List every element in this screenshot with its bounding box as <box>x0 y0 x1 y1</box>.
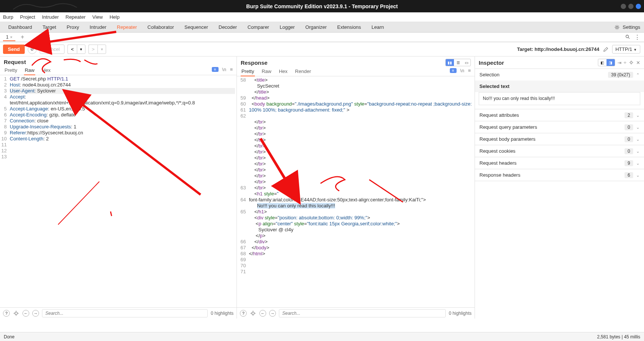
svg-point-4 <box>252 312 255 314</box>
gear-icon[interactable] <box>250 310 256 317</box>
http-version-selector[interactable]: HTTP/1 ▼ <box>612 45 640 54</box>
inspector-row-request-headers[interactable]: Request headers9⌄ <box>475 157 644 169</box>
cancel-button[interactable]: Cancel <box>40 45 64 54</box>
editor-tab-pretty[interactable]: Pretty <box>241 67 255 76</box>
editor-tab-hex[interactable]: Hex <box>278 67 288 76</box>
tab-repeater[interactable]: Repeater <box>112 22 142 33</box>
actions-badge[interactable]: ≡ <box>450 68 457 73</box>
menu-icon[interactable]: ≡ <box>230 67 233 72</box>
send-button[interactable]: Send <box>3 45 25 54</box>
response-search-input[interactable] <box>279 309 446 317</box>
tab-dashboard[interactable]: Dashboard <box>3 22 37 33</box>
repeater-tab-1[interactable]: 1 × <box>3 34 15 41</box>
tab-proxy[interactable]: Proxy <box>61 22 84 33</box>
editor-tab-render[interactable]: Render <box>294 67 312 76</box>
filter-icon[interactable]: ÷ <box>624 60 626 66</box>
maximize-icon[interactable] <box>628 4 634 9</box>
menu-icon[interactable]: ≡ <box>468 68 471 73</box>
inspector-title: Inspector <box>479 60 504 66</box>
status-left: Done <box>4 334 15 340</box>
request-highlights: 0 highlights <box>211 311 234 316</box>
editor-tab-pretty[interactable]: Pretty <box>4 66 18 75</box>
tab-decoder[interactable]: Decoder <box>213 22 242 33</box>
history-forward-group: > ▼ <box>88 45 106 54</box>
minimize-icon[interactable] <box>621 4 626 9</box>
layout-rows-icon[interactable]: ☰ <box>454 59 462 66</box>
help-icon[interactable]: ? <box>240 310 247 317</box>
gear-icon[interactable] <box>629 60 634 65</box>
search-next-icon[interactable]: → <box>32 310 39 317</box>
inspector-layout-toggle[interactable]: ◧ ◨ <box>598 59 615 66</box>
inspector-row-request-cookies[interactable]: Request cookies0⌄ <box>475 145 644 157</box>
editor-tab-raw[interactable]: Raw <box>261 67 272 76</box>
svg-point-0 <box>616 26 618 28</box>
response-search-bar: ? ← → 0 highlights <box>237 307 475 319</box>
close-icon[interactable] <box>636 4 641 9</box>
history-forward-dropdown[interactable]: ▼ <box>97 45 106 54</box>
inspector-selected-text: No!!! you can only read this locally!!! <box>479 92 640 105</box>
request-search-input[interactable] <box>42 309 208 317</box>
search-prev-icon[interactable]: ← <box>259 310 266 317</box>
layout-columns-icon[interactable]: ▮▮ <box>446 59 454 66</box>
editor-tab-raw[interactable]: Raw <box>24 66 35 75</box>
menu-intruder[interactable]: Intruder <box>42 14 59 20</box>
newline-icon[interactable]: \n <box>222 67 226 72</box>
request-search-bar: ? ← → 0 highlights <box>0 307 237 319</box>
menu-project[interactable]: Project <box>20 14 35 20</box>
menu-repeater[interactable]: Repeater <box>66 14 85 20</box>
close-inspector-icon[interactable]: ✕ <box>636 60 640 66</box>
response-code[interactable]: 5859606162636465666768697071 <title> Syc… <box>237 76 475 307</box>
history-back-group: < ▼ <box>67 45 85 54</box>
settings-link[interactable]: Settings <box>623 24 640 30</box>
inspector-row-request-body-parameters[interactable]: Request body parameters0⌄ <box>475 133 644 145</box>
menu-burp[interactable]: Burp <box>3 14 13 20</box>
target-label: Target: http://node4.buuoj.cn:26744 <box>517 46 599 52</box>
pencil-icon[interactable] <box>603 47 608 52</box>
tab-target[interactable]: Target <box>37 22 61 33</box>
tab-sequencer[interactable]: Sequencer <box>179 22 213 33</box>
tab-organizer[interactable]: Organizer <box>300 22 332 33</box>
layout-tabs-icon[interactable]: ▭ <box>462 59 470 66</box>
layout-a-icon[interactable]: ◧ <box>598 59 607 66</box>
gear-icon[interactable] <box>614 25 620 30</box>
search-next-icon[interactable]: → <box>269 310 276 317</box>
collapse-icon[interactable]: ⇥ <box>617 60 622 66</box>
editor-tab-hex[interactable]: Hex <box>41 66 51 75</box>
actionbar: Send ⊘ Cancel < ▼ > ▼ Target: http://nod… <box>0 42 644 57</box>
request-panel: Request PrettyRawHex ≡ \n ≡ 123456789101… <box>0 57 237 319</box>
menu-view[interactable]: View <box>92 14 103 20</box>
chevron-up-icon: ⌃ <box>636 73 640 77</box>
request-code[interactable]: 12345678910111213 GET /Secret.php HTTP/1… <box>0 75 237 307</box>
top-tabbar: DashboardTargetProxyIntruderRepeaterColl… <box>0 22 644 33</box>
status-right: 2,581 bytes | 45 millis <box>597 334 640 340</box>
tab-intruder[interactable]: Intruder <box>84 22 112 33</box>
add-tab-button[interactable]: + <box>19 34 25 40</box>
history-back-dropdown[interactable]: ▼ <box>77 45 85 54</box>
menu-help[interactable]: Help <box>109 14 120 20</box>
tab-comparer[interactable]: Comparer <box>242 22 274 33</box>
newline-icon[interactable]: \n <box>460 68 464 73</box>
tab-extensions[interactable]: Extensions <box>332 22 367 33</box>
more-icon[interactable]: ⋮ <box>634 34 640 41</box>
svg-point-3 <box>15 312 18 314</box>
statusbar: Done 2,581 bytes | 45 millis <box>0 332 644 341</box>
tab-collaborator[interactable]: Collaborator <box>142 22 179 33</box>
search-icon[interactable] <box>625 34 631 40</box>
inspector-selection-row[interactable]: Selection 39 (0x27)⌃ <box>475 69 644 80</box>
gear-icon[interactable] <box>13 310 19 317</box>
history-back-button[interactable]: < <box>67 45 77 54</box>
tab-learn[interactable]: Learn <box>366 22 389 33</box>
tab-logger[interactable]: Logger <box>274 22 300 33</box>
history-forward-button[interactable]: > <box>88 45 98 54</box>
inspector-row-response-headers[interactable]: Response headers6⌄ <box>475 169 644 181</box>
help-icon[interactable]: ? <box>3 310 10 317</box>
chevron-down-icon: ⌄ <box>636 149 640 153</box>
layout-toggle[interactable]: ▮▮ ☰ ▭ <box>445 59 471 66</box>
search-prev-icon[interactable]: ← <box>22 310 29 317</box>
inspector-row-request-query-parameters[interactable]: Request query parameters0⌄ <box>475 121 644 133</box>
close-tab-icon[interactable]: × <box>10 35 12 39</box>
layout-b-icon[interactable]: ◨ <box>607 59 615 66</box>
actions-badge[interactable]: ≡ <box>212 67 219 72</box>
abort-button[interactable]: ⊘ <box>28 45 37 54</box>
inspector-row-request-attributes[interactable]: Request attributes2⌄ <box>475 109 644 121</box>
